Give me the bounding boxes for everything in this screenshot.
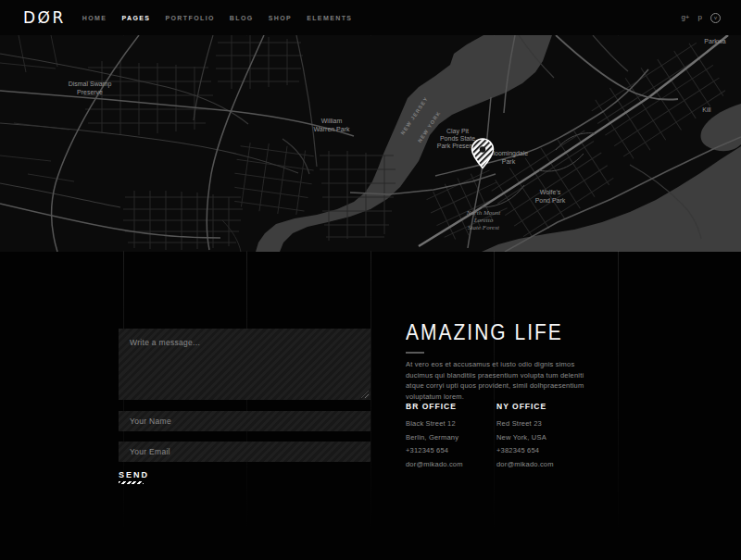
map-label-dismal-1: Dismal Swamp: [69, 81, 112, 88]
message-textarea[interactable]: [119, 329, 370, 400]
office-br-email: dor@mikado.com: [406, 458, 496, 472]
map-label-william-1: William: [321, 118, 343, 124]
map-label-claypit-2: Ponds State: [440, 135, 475, 142]
map-label-loretto-3: State Forest: [468, 224, 500, 231]
google-plus-icon[interactable]: g+: [681, 13, 689, 22]
nav-item-blog[interactable]: BLOG: [230, 15, 254, 21]
office-ny-email: dor@mikado.com: [496, 458, 587, 472]
map-label-loretto-2: Loretto: [473, 217, 494, 224]
nav-item-home[interactable]: HOME: [82, 15, 107, 21]
office-br-city: Berlin, Germany: [406, 431, 496, 445]
office-br-phone: +312345 654: [406, 444, 496, 458]
send-underline: [119, 481, 144, 484]
map-canvas: Dismal Swamp Preserve William Warren Par…: [0, 35, 741, 252]
nav-item-portfolio[interactable]: PORTFOLIO: [165, 15, 214, 21]
map-label-bloomingdale-2: Park: [502, 158, 516, 165]
main-nav: HOME PAGES PORTFOLIO BLOG SHOP ELEMENTS: [82, 15, 353, 21]
send-button-label: SEND: [119, 470, 149, 479]
map-label-bloomingdale-1: Bloomingdale: [489, 150, 529, 157]
office-ny-title: NY OFFICE: [496, 402, 587, 411]
page-title: AMAZING LIFE: [406, 320, 633, 344]
nav-item-shop[interactable]: SHOP: [269, 15, 292, 21]
map-label-loretto-1: North Mount: [466, 209, 501, 217]
title-divider: [406, 352, 424, 354]
office-ny-phone: +382345 654: [496, 444, 587, 458]
office-ny-address: Red Street 23: [496, 417, 587, 431]
map[interactable]: Dismal Swamp Preserve William Warren Par…: [0, 35, 741, 252]
office-ny-city: New York, USA: [496, 431, 587, 445]
map-label-kill: Kill: [702, 106, 711, 113]
nav-item-pages[interactable]: PAGES: [121, 15, 150, 21]
vimeo-icon[interactable]: v: [710, 13, 721, 23]
office-br-title: BR OFFICE: [406, 402, 496, 411]
send-button[interactable]: SEND: [119, 470, 149, 484]
name-input[interactable]: [119, 411, 370, 431]
map-label-william-2: Warren Park: [313, 126, 350, 132]
office-br-address: Black Street 12: [406, 417, 496, 431]
offices: BR OFFICE Black Street 12 Berlin, German…: [406, 402, 633, 471]
nav-item-elements[interactable]: ELEMENTS: [307, 15, 352, 21]
map-label-parkway: Parkwa: [704, 38, 725, 44]
social-links: g+ p v: [681, 13, 721, 23]
map-label-wolfes-1: Wolfe's: [540, 189, 561, 195]
office-ny: NY OFFICE Red Street 23 New York, USA +3…: [496, 402, 587, 471]
description-text: At vero eos et accusamus et iusto odio d…: [406, 359, 591, 402]
page: DØR HOME PAGES PORTFOLIO BLOG SHOP ELEME…: [0, 0, 741, 560]
logo[interactable]: DØR: [23, 8, 66, 27]
map-label-wolfes-2: Pond Park: [535, 197, 566, 204]
contact-info: AMAZING LIFE At vero eos et accusamus et…: [406, 320, 633, 342]
header: DØR HOME PAGES PORTFOLIO BLOG SHOP ELEME…: [0, 0, 741, 35]
map-label-claypit-1: Clay Pit: [446, 128, 469, 135]
map-label-dismal-2: Preserve: [77, 89, 103, 95]
email-input[interactable]: [119, 442, 370, 462]
pinterest-icon[interactable]: p: [698, 13, 702, 22]
office-br: BR OFFICE Black Street 12 Berlin, German…: [406, 402, 496, 471]
